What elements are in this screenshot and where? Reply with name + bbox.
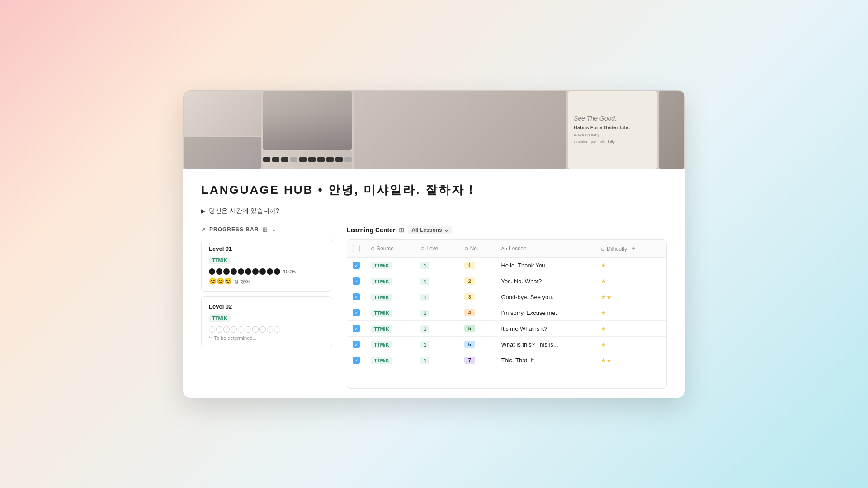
star-icon: ★ xyxy=(601,310,606,316)
level-01-title: Level 01 xyxy=(209,245,325,252)
banner-col-3 xyxy=(353,90,567,169)
no-col-icon: ⊙ xyxy=(464,246,468,251)
level-01-tag: TTMiK xyxy=(209,257,231,264)
no-badge: 7 xyxy=(464,357,475,364)
see-good-text: See The Good. xyxy=(574,115,651,122)
level-02-progress-dots xyxy=(209,326,325,333)
dot-7 xyxy=(252,268,259,275)
row-level: 1 xyxy=(415,321,458,337)
dot-e4 xyxy=(231,326,237,333)
row-checkbox[interactable]: ✓ xyxy=(347,352,365,368)
table-row: ✓TTMiK17This. That. It★★ xyxy=(347,352,666,368)
row-source: TTMiK xyxy=(365,352,415,368)
row-checkbox[interactable]: ✓ xyxy=(347,337,365,352)
banner-col-5 xyxy=(658,90,685,169)
toggle-label: 당신은 시간에 있습니까? xyxy=(209,207,279,215)
table-row: ✓TTMiK14I'm sorry. Excuse me.★ xyxy=(347,305,666,321)
checkbox-checked-icon: ✓ xyxy=(353,293,360,300)
checkbox-checked-icon: ✓ xyxy=(353,341,360,348)
lesson-name: I'm sorry. Excuse me. xyxy=(501,310,557,316)
source-tag: TTMiK xyxy=(371,278,392,285)
toggle-row[interactable]: ▶ 당신은 시간에 있습니까? xyxy=(201,207,667,215)
row-no: 4 xyxy=(459,305,496,321)
level-col-icon: ⊙ xyxy=(420,246,425,251)
row-lesson: This. That. It xyxy=(495,352,595,368)
row-checkbox[interactable]: ✓ xyxy=(347,305,365,321)
dot-6 xyxy=(245,268,251,275)
all-lessons-filter[interactable]: All Lessons ⌄ xyxy=(408,226,452,234)
progress-section-header: ↗ PROGRESS BAR ⊞ ⌄ xyxy=(201,226,332,233)
level-02-card: Level 02 TTMiK ** To be dete xyxy=(201,296,332,347)
dot-e7 xyxy=(252,326,259,333)
star-icon: ★ xyxy=(601,294,606,300)
level-01-note: 잘 했어 xyxy=(234,279,250,284)
level-badge: 1 xyxy=(420,310,429,317)
no-badge: 4 xyxy=(464,309,475,316)
star-icon: ★ xyxy=(601,341,606,348)
row-lesson: Good-bye. See you. xyxy=(495,289,595,305)
row-no: 7 xyxy=(459,352,496,368)
table-row: ✓TTMiK16What is this? This is...★ xyxy=(347,337,666,352)
row-difficulty: ★★ xyxy=(595,352,666,368)
checkbox-checked-icon: ✓ xyxy=(353,357,360,364)
row-checkbox[interactable]: ✓ xyxy=(347,273,365,289)
app-window: See The Good. Habits For a Better Life: … xyxy=(183,90,685,398)
all-lessons-label: All Lessons xyxy=(411,227,442,233)
table-row: ✓TTMiK12Yes. No. What?★ xyxy=(347,273,666,289)
star-icon: ★ xyxy=(601,325,606,332)
star-icon: ★ xyxy=(601,357,606,364)
level-02-title: Level 02 xyxy=(209,303,325,310)
star-icon: ★ xyxy=(606,357,612,364)
lessons-table: ⊙Source ⊙Level ⊙No. AaLesson xyxy=(347,240,666,368)
lesson-name: Yes. No. What? xyxy=(501,278,542,285)
dot-9 xyxy=(267,268,273,275)
row-checkbox[interactable]: ✓ xyxy=(347,321,365,337)
row-checkbox[interactable]: ✓ xyxy=(347,258,365,273)
table-grid-icon: ⊞ xyxy=(399,226,404,234)
two-column-layout: ↗ PROGRESS BAR ⊞ ⌄ Level 01 TTMiK xyxy=(201,226,667,389)
table-row: ✓TTMiK15It's me What is it?★ xyxy=(347,321,666,337)
col-header-no[interactable]: ⊙No. xyxy=(459,240,496,258)
row-source: TTMiK xyxy=(365,289,415,305)
dot-2 xyxy=(216,268,222,275)
banner-col-2 xyxy=(262,90,353,169)
dot-e2 xyxy=(216,326,222,333)
dot-e3 xyxy=(223,326,230,333)
row-source: TTMiK xyxy=(365,258,415,273)
star-icon: ★ xyxy=(606,294,612,300)
main-content: LANGUAGE HUB • 안녕, 미샤일라. 잘하자！ ▶ 당신은 시간에 … xyxy=(183,169,685,398)
banner-col-1 xyxy=(183,90,262,169)
checkbox-checked-icon: ✓ xyxy=(353,262,360,269)
row-lesson: Yes. No. What? xyxy=(495,273,595,289)
banner-col-4: See The Good. Habits For a Better Life: … xyxy=(567,90,658,169)
col-header-difficulty[interactable]: ⊙Difficulty + xyxy=(595,240,666,258)
row-difficulty: ★ xyxy=(595,273,666,289)
lesson-name: What is this? This is... xyxy=(501,341,558,348)
dot-1 xyxy=(209,268,215,275)
row-level: 1 xyxy=(415,305,458,321)
lesson-name: Good-bye. See you. xyxy=(501,294,553,300)
col-header-lesson[interactable]: AaLesson xyxy=(495,240,595,258)
row-no: 6 xyxy=(459,337,496,352)
row-no: 1 xyxy=(459,258,496,273)
source-tag: TTMiK xyxy=(371,294,392,301)
source-tag: TTMiK xyxy=(371,325,392,333)
learning-center-title: Learning Center xyxy=(347,226,395,234)
row-level: 1 xyxy=(415,289,458,305)
source-tag: TTMiK xyxy=(371,357,392,364)
row-no: 2 xyxy=(459,273,496,289)
dot-e9 xyxy=(267,326,273,333)
dot-5 xyxy=(238,268,244,275)
row-source: TTMiK xyxy=(365,305,415,321)
source-tag: TTMiK xyxy=(371,310,392,317)
add-column-button[interactable]: + xyxy=(629,244,638,253)
no-badge: 6 xyxy=(464,341,475,348)
table-header-row: ⊙Source ⊙Level ⊙No. AaLesson xyxy=(347,240,666,258)
col-header-checkbox xyxy=(347,240,365,258)
col-header-level[interactable]: ⊙Level xyxy=(415,240,458,258)
col-header-source[interactable]: ⊙Source xyxy=(365,240,415,258)
dot-e1 xyxy=(209,326,215,333)
row-difficulty: ★ xyxy=(595,258,666,273)
row-lesson: I'm sorry. Excuse me. xyxy=(495,305,595,321)
row-checkbox[interactable]: ✓ xyxy=(347,289,365,305)
